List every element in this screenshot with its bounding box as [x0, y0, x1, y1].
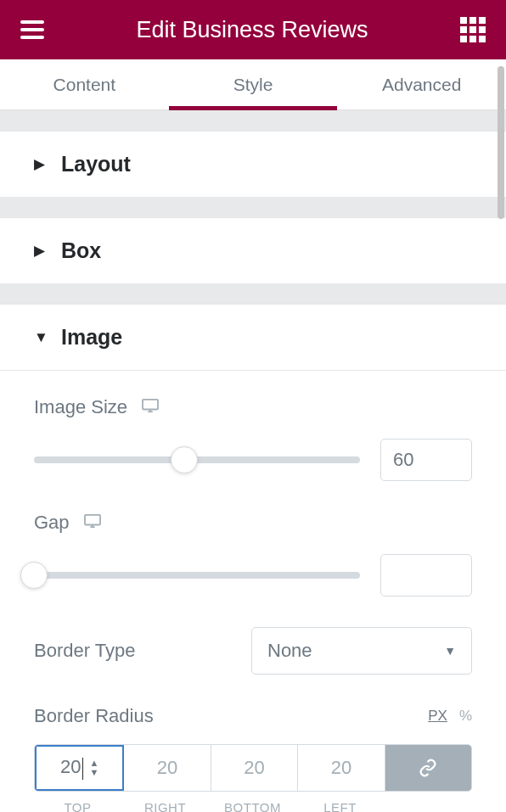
spacer	[0, 110, 506, 131]
spacer	[0, 283, 506, 304]
radius-label-bottom: BOTTOM	[209, 800, 296, 812]
border-type-select[interactable]: None ▼	[251, 627, 472, 675]
tab-advanced[interactable]: Advanced	[337, 59, 506, 109]
unit-percent[interactable]: %	[459, 708, 472, 725]
apps-icon[interactable]	[460, 17, 486, 42]
unit-toggle: PX %	[428, 708, 472, 725]
page-title: Edit Business Reviews	[136, 17, 368, 43]
section-image-body: Image Size Gap	[0, 370, 506, 812]
section-layout[interactable]: ▶ Layout	[0, 131, 506, 197]
section-box[interactable]: ▶ Box	[0, 217, 506, 283]
gap-input[interactable]	[380, 554, 472, 596]
control-image-size: Image Size	[34, 396, 472, 481]
tab-bar: Content Style Advanced	[0, 59, 506, 110]
radius-label-top: TOP	[34, 800, 121, 812]
spacer	[0, 197, 506, 217]
border-radius-label: Border Radius	[34, 705, 154, 727]
image-size-slider[interactable]	[34, 448, 360, 472]
spinner-icon[interactable]: ▲▼	[90, 759, 99, 777]
section-label: Layout	[61, 152, 131, 176]
border-type-value: None	[267, 640, 312, 662]
caret-down-icon: ▼	[34, 329, 44, 346]
radius-label-left: LEFT	[296, 800, 384, 812]
link-values-button[interactable]	[385, 745, 471, 791]
image-size-input[interactable]	[380, 439, 472, 481]
chevron-down-icon: ▼	[444, 644, 456, 658]
control-border-radius: Border Radius PX % 20 ▲▼ 20 20 20	[34, 705, 472, 812]
radius-labels: TOP RIGHT BOTTOM LEFT	[34, 800, 472, 812]
tab-content[interactable]: Content	[0, 59, 169, 109]
border-radius-inputs: 20 ▲▼ 20 20 20	[34, 744, 472, 792]
header: Edit Business Reviews	[0, 0, 506, 59]
border-type-label: Border Type	[34, 640, 238, 662]
svg-rect-0	[143, 400, 158, 410]
section-image[interactable]: ▼ Image	[0, 304, 506, 370]
radius-label-right: RIGHT	[121, 800, 209, 812]
caret-right-icon: ▶	[34, 242, 44, 260]
unit-px[interactable]: PX	[428, 708, 447, 725]
svg-rect-3	[85, 515, 100, 525]
control-border-type: Border Type None ▼	[34, 627, 472, 675]
radius-right-input[interactable]: 20	[124, 745, 211, 791]
control-gap: Gap	[34, 512, 472, 596]
radius-left-input[interactable]: 20	[298, 745, 385, 791]
caret-right-icon: ▶	[34, 155, 44, 173]
image-size-label: Image Size	[34, 396, 127, 418]
tab-style[interactable]: Style	[169, 59, 338, 109]
desktop-icon[interactable]	[83, 513, 102, 532]
gap-label: Gap	[34, 512, 70, 534]
radius-bottom-input[interactable]: 20	[211, 745, 298, 791]
radius-top-input[interactable]: 20 ▲▼	[35, 745, 124, 791]
scrollbar[interactable]	[498, 66, 504, 219]
gap-slider[interactable]	[34, 563, 360, 587]
section-label: Box	[61, 238, 101, 263]
desktop-icon[interactable]	[141, 398, 160, 417]
menu-icon[interactable]	[20, 20, 44, 39]
section-label: Image	[61, 325, 122, 350]
